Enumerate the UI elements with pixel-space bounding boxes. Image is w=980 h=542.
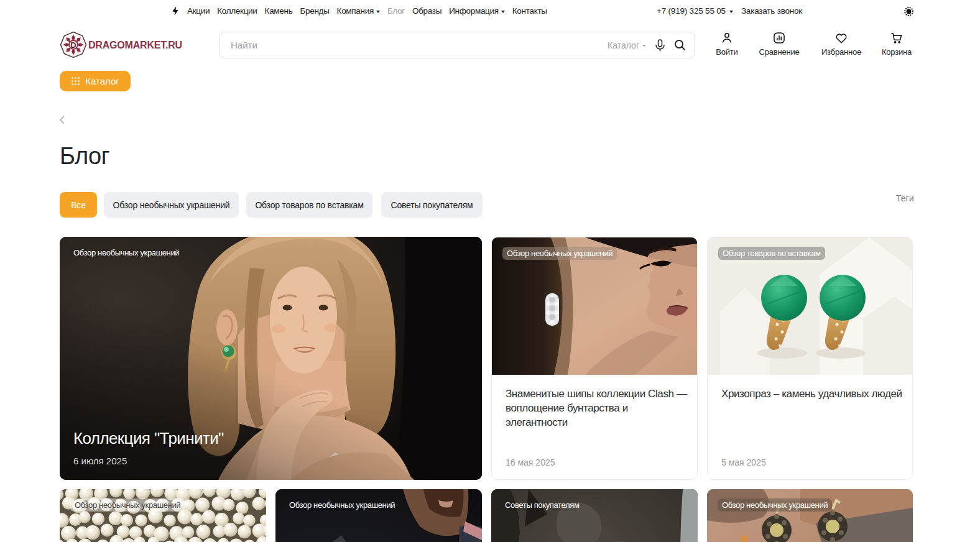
svg-text:D: D — [70, 40, 76, 50]
